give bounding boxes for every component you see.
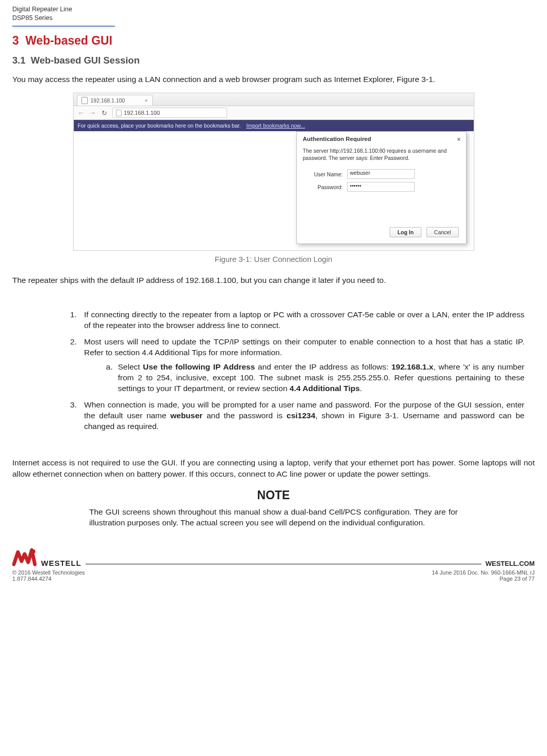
browser-tabstrip: 192.168.1.100 × [74, 93, 474, 106]
step-2a-bold1: Use the following IP Address [143, 362, 255, 371]
back-icon[interactable]: ← [78, 109, 85, 116]
section-title-text: Web-based GUI [26, 34, 113, 47]
svg-point-0 [31, 549, 35, 554]
step-2a-mid1: and enter the IP address as follows: [255, 362, 391, 371]
figure-browser-window: 192.168.1.100 × ← → ↻ 192.168.1.100 For … [73, 93, 474, 251]
step-2a-bold3: 4.4 Additional Tips [290, 384, 360, 393]
bookmarks-hint: For quick access, place your bookmarks h… [78, 122, 241, 129]
footer-phone: 1.877.844.4274 [12, 576, 51, 582]
subsection-heading: 3.1 Web-based GUI Session [12, 55, 535, 66]
step-3-bold1: webuser [170, 411, 202, 420]
password-label: Password: [303, 184, 343, 190]
step-3-mid: and the password is [202, 411, 287, 420]
footer-rule [86, 564, 481, 564]
dialog-title-text: Authentication Required [303, 136, 372, 143]
reload-icon[interactable]: ↻ [102, 109, 107, 117]
password-input[interactable]: •••••• [347, 182, 415, 192]
footer-docnum: 14 June 2016 Doc. No. 960-1666-MNL rJ [432, 569, 535, 576]
browser-tab[interactable]: 192.168.1.100 × [77, 95, 153, 106]
import-bookmarks-link[interactable]: Import bookmarks now... [247, 122, 305, 129]
step-1: If connecting directly to the repeater f… [79, 309, 524, 331]
section-heading: 3 Web-based GUI [12, 34, 535, 48]
cancel-button[interactable]: Cancel [427, 227, 459, 237]
bookmarks-bar: For quick access, place your bookmarks h… [74, 120, 474, 131]
footer-site: WESTELL.COM [481, 560, 535, 568]
url-text: 192.168.1.100 [124, 110, 160, 116]
intro-paragraph: You may access the repeater using a LAN … [12, 74, 535, 85]
page-icon [82, 97, 88, 104]
auth-dialog: Authentication Required × The server htt… [296, 131, 467, 244]
header-rule [12, 26, 115, 27]
step-2: Most users will need to update the TCP/I… [79, 336, 524, 394]
tab-close-icon[interactable]: × [145, 97, 148, 104]
page-icon [116, 110, 121, 116]
login-button[interactable]: Log In [390, 227, 421, 237]
tab-title: 192.168.1.100 [91, 97, 125, 104]
browser-toolbar: ← → ↻ 192.168.1.100 [74, 106, 474, 120]
step-2-sublist: Select Use the following IP Address and … [84, 361, 524, 394]
step-2a-end: . [360, 384, 362, 393]
username-label: User Name: [303, 171, 343, 177]
footer-copyright: © 2016 Westell Technologies [12, 569, 85, 576]
footer-page: Page 23 of 77 [499, 576, 535, 582]
doc-header-line2: DSP85 Series [12, 14, 535, 23]
subsection-title-text: Web-based GUI Session [31, 55, 139, 66]
note-heading: NOTE [12, 488, 535, 502]
subsection-number: 3.1 [12, 55, 26, 66]
url-input[interactable]: 192.168.1.100 [112, 108, 227, 118]
page-footer: WESTELL WESTELL.COM © 2016 Westell Techn… [12, 547, 535, 582]
step-2a-bold2: 192.168.1.x [392, 362, 434, 371]
step-3: When connection is made, you will be pro… [79, 399, 524, 432]
doc-header-line1: Digital Repeater Line [12, 5, 535, 14]
internet-paragraph: Internet access is not required to use t… [12, 457, 535, 479]
username-input[interactable]: webuser [347, 169, 415, 179]
figure-caption: Figure 3-1: User Connection Login [12, 255, 535, 263]
step-2-text: Most users will need to update the TCP/I… [84, 337, 524, 357]
forward-icon[interactable]: → [89, 109, 96, 116]
steps-list: If connecting directly to the repeater f… [12, 309, 535, 432]
westell-logo-icon [12, 547, 40, 568]
dialog-message: The server http://192.168.1.100:80 requi… [297, 144, 466, 168]
section-number: 3 [12, 34, 19, 47]
step-3-bold2: csi1234 [287, 411, 315, 420]
default-ip-paragraph: The repeater ships with the default IP a… [12, 275, 535, 285]
step-2a-pre: Select [118, 362, 143, 371]
note-body: The GUI screens shown throughout this ma… [12, 506, 535, 528]
westell-logo-text: WESTELL [40, 559, 82, 568]
step-2a: Select Use the following IP Address and … [115, 361, 524, 394]
page-canvas: Authentication Required × The server htt… [74, 131, 474, 250]
dialog-close-icon[interactable]: × [457, 136, 460, 143]
